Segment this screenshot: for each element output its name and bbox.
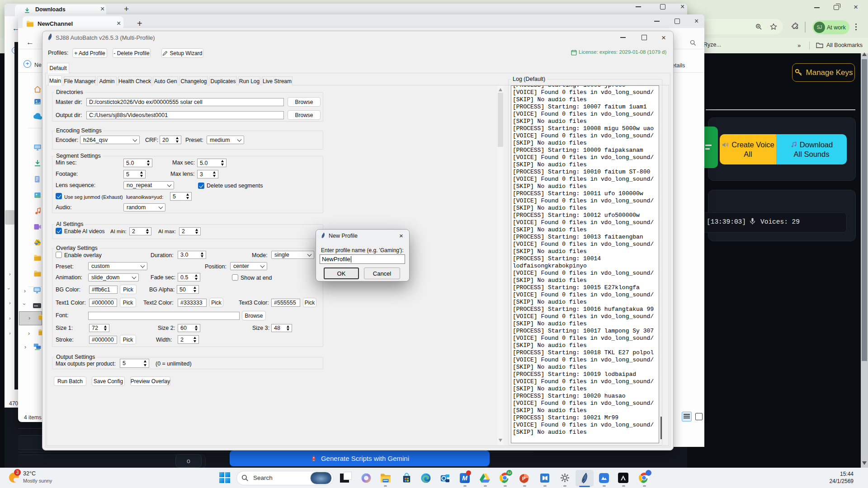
svg-text:P: P xyxy=(522,476,525,481)
